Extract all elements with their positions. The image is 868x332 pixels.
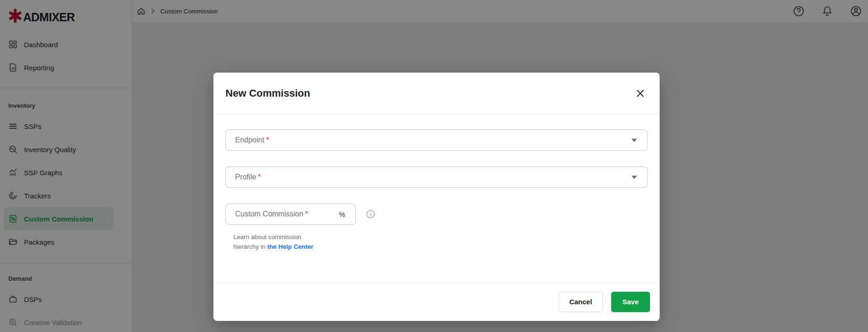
profile-select[interactable]: Profile* [225,166,648,188]
required-asterisk: * [305,210,308,218]
help-text: Learn about commission hierarchy in the … [233,232,323,252]
required-asterisk: * [266,136,269,144]
close-icon[interactable] [633,86,648,101]
save-button[interactable]: Save [611,292,650,312]
help-center-link[interactable]: the Help Center [267,243,314,250]
endpoint-placeholder: Endpoint [235,136,264,144]
modal-body: Endpoint* Profile* Custom Commission* % [213,114,660,252]
custom-commission-row: Custom Commission* % [225,203,648,225]
custom-commission-placeholder: Custom Commission [235,210,303,218]
chevron-down-icon [631,139,637,142]
chevron-down-icon [631,176,637,179]
custom-commission-input[interactable]: Custom Commission* % [225,203,356,225]
profile-placeholder: Profile [235,173,256,181]
cancel-button[interactable]: Cancel [558,292,603,312]
modal-footer: Cancel Save [213,282,660,321]
percent-unit: % [339,210,345,218]
modal-header: New Commission [213,73,660,114]
modal-title: New Commission [225,87,310,99]
new-commission-modal: New Commission Endpoint* Profile* Custom… [213,73,660,321]
info-icon[interactable] [366,209,375,219]
required-asterisk: * [258,173,261,181]
endpoint-select[interactable]: Endpoint* [225,129,648,151]
